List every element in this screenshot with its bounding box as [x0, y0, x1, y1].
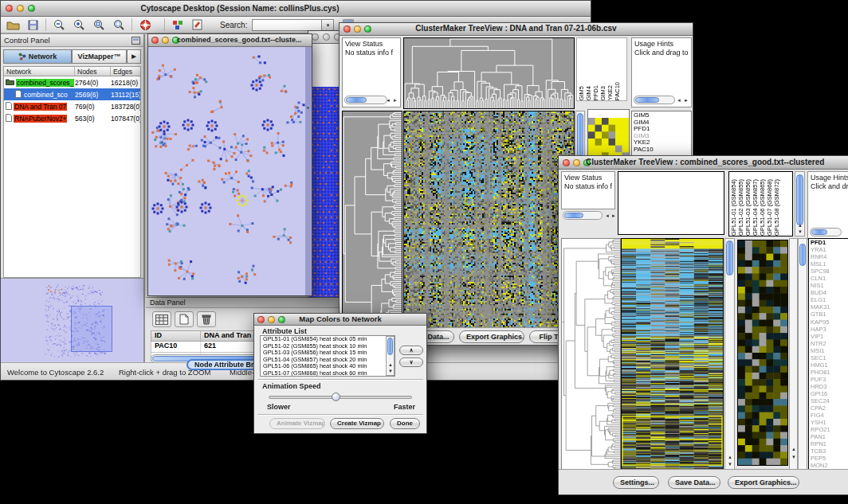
tv2-row-dendrogram[interactable]	[561, 238, 621, 471]
tv2-zoom-heatmap[interactable]	[737, 240, 788, 466]
scroll-down-icon[interactable]: ▼	[388, 369, 393, 373]
tv2-zoom-vscrollbar[interactable]: ▲ ▼	[789, 238, 798, 470]
tv2-collabel-scrollbar[interactable]: ▲ ▼	[795, 171, 805, 236]
scroll-up-icon[interactable]: ▲	[728, 455, 732, 459]
gene-label[interactable]: PUF3	[811, 376, 848, 383]
network-list-row[interactable]: DNA and Tran 07769(0)183728(0)	[4, 100, 140, 112]
save-session-button[interactable]	[24, 18, 41, 32]
minimize-button[interactable]	[162, 37, 169, 44]
gene-label[interactable]: NIS1	[811, 282, 848, 289]
tab-overflow-button[interactable]: ▶	[127, 49, 141, 64]
tv2-heatmap[interactable]	[621, 238, 724, 471]
scrollbar-thumb[interactable]	[796, 174, 803, 225]
column-label[interactable]: GPL51-08 (GSM872)	[773, 179, 780, 236]
gene-label[interactable]: PFD1	[634, 126, 689, 133]
export-graphics-button[interactable]: Export Graphics...	[728, 476, 799, 489]
gene-label[interactable]: MSI1	[811, 347, 848, 354]
gene-label[interactable]: ELG1	[811, 296, 848, 303]
scroll-down-icon[interactable]: ▼	[728, 462, 732, 467]
main-titlebar[interactable]: Cytoscape Desktop (Session Name: collins…	[1, 1, 591, 17]
scroll-down-icon[interactable]: ▼	[791, 455, 796, 459]
gene-label[interactable]: GTB1	[811, 311, 848, 318]
birdseye-view[interactable]	[1, 278, 143, 363]
gene-label[interactable]: HMG1	[811, 361, 848, 369]
scrollbar-thumb[interactable]	[726, 240, 733, 275]
tv2-status-scrollbar[interactable]	[563, 211, 603, 220]
dense-network-view[interactable]	[309, 87, 343, 297]
gene-label[interactable]: FIG4	[811, 412, 848, 419]
column-label[interactable]: PFD1	[592, 85, 599, 100]
search-dropdown-button[interactable]: ▼	[322, 19, 334, 31]
scroll-left-icon[interactable]: ◄	[605, 213, 610, 218]
gene-label[interactable]: YKE2	[634, 139, 689, 147]
search-input[interactable]	[252, 19, 322, 31]
zoom-fit-button[interactable]	[90, 18, 108, 32]
gene-label[interactable]: NTR2	[811, 340, 848, 347]
tab-network[interactable]: Network	[3, 49, 72, 64]
scrollbar-thumb[interactable]	[811, 229, 827, 235]
tv2-genelist-scrollbar[interactable]	[798, 238, 807, 470]
column-label[interactable]: GIM4	[585, 86, 592, 100]
column-label[interactable]: YKE2	[607, 85, 614, 100]
gene-label[interactable]: RNR4	[811, 253, 848, 260]
gene-label[interactable]: CPA2	[811, 404, 848, 412]
gene-label[interactable]: SEC24	[811, 397, 848, 404]
gene-label[interactable]: GPI16	[811, 390, 848, 397]
tv1-zoom-heatmap[interactable]	[588, 118, 629, 159]
scrollbar-thumb[interactable]	[635, 97, 659, 103]
column-label[interactable]: GPL51-04 (GSM857)	[752, 179, 759, 236]
attribute-listbox[interactable]: GPL51-01 (GSM854) heat shock 05 minGPL51…	[260, 335, 395, 377]
annotation-button[interactable]	[189, 18, 206, 32]
gene-label[interactable]: GIM5	[634, 112, 689, 119]
network-table-header[interactable]: Network Nodes Edges	[3, 66, 141, 76]
network-view-titlebar[interactable]: combined_scores_good.txt--cluste...	[148, 34, 312, 47]
export-graphics-button[interactable]: Export Graphics...	[459, 330, 524, 343]
column-label[interactable]: GPL51-06 (GSM865)	[759, 179, 766, 236]
move-down-button[interactable]: ∨	[399, 357, 423, 367]
scroll-right-icon[interactable]: ►	[684, 98, 689, 103]
gene-label[interactable]: MSL1	[811, 260, 848, 268]
treeview1-titlebar[interactable]: ClusterMaker TreeView : DNA and Tran 07-…	[340, 23, 693, 36]
animation-speed-slider[interactable]	[269, 396, 412, 399]
zoom-selected-button[interactable]	[110, 18, 128, 32]
move-up-button[interactable]: ∧	[399, 346, 423, 355]
tv2-heatmap-vscrollbar[interactable]: ▲ ▼	[724, 238, 735, 470]
float-panel-icon[interactable]	[132, 37, 140, 45]
gene-label[interactable]: PAN1	[811, 433, 848, 440]
zoom-in-button[interactable]	[70, 18, 88, 32]
gene-label[interactable]: RPN1	[811, 440, 848, 447]
gene-label[interactable]: GIM3	[634, 133, 689, 140]
column-label[interactable]: PAC10	[614, 82, 621, 100]
tv1-usage-scrollbar[interactable]	[634, 96, 675, 104]
scroll-left-icon[interactable]: ◄	[386, 98, 391, 103]
gene-label[interactable]: GIM4	[634, 119, 689, 127]
tv2-gene-list[interactable]: PFD1YRA1RNR4MSL1SPC98CLN1NIS1BUD4ELG1MAK…	[808, 238, 848, 470]
tv2-usage-scrollbar[interactable]	[810, 228, 842, 236]
network-list-row[interactable]: RNAPuberNov2+563(0)107847(0)	[4, 112, 140, 124]
close-button[interactable]	[151, 37, 159, 44]
tv2-column-labels[interactable]: GPL51-01 (GSM854)GPL51-02 (GSM855)GPL51-…	[728, 171, 793, 236]
gene-label[interactable]: TCB3	[811, 447, 848, 455]
network-canvas[interactable]	[148, 47, 312, 295]
scroll-up-icon[interactable]: ▲	[791, 447, 796, 451]
tv1-column-dendrogram[interactable]	[403, 37, 575, 109]
column-label[interactable]: GIM3	[599, 86, 607, 100]
gene-label[interactable]: RPO21	[811, 426, 848, 433]
gene-label[interactable]: VIP1	[811, 333, 848, 340]
gene-label[interactable]: HRD3	[811, 383, 848, 390]
zoom-out-button[interactable]	[50, 18, 68, 32]
gene-label[interactable]: PAC10	[634, 147, 689, 154]
scrollbar-thumb[interactable]	[564, 213, 583, 218]
delete-attribute-button[interactable]	[197, 311, 216, 327]
gene-label[interactable]: KAP95	[811, 318, 848, 326]
scrollbar-thumb[interactable]	[799, 244, 806, 266]
scroll-up-icon[interactable]: ▲	[388, 362, 393, 367]
tv1-heatmap[interactable]	[403, 111, 575, 329]
gene-label[interactable]: MAK31	[811, 303, 848, 311]
treeview2-titlebar[interactable]: ClusterMaker TreeView : combined_scores_…	[559, 156, 848, 170]
scrollbar-thumb[interactable]	[387, 338, 393, 355]
gene-label[interactable]: PHO81	[811, 369, 848, 376]
vizmapper-button[interactable]	[169, 18, 186, 32]
column-label[interactable]: GPL51-07 (GSM868)	[766, 179, 773, 236]
column-label[interactable]: GPL51-01 (GSM854)	[730, 179, 737, 236]
